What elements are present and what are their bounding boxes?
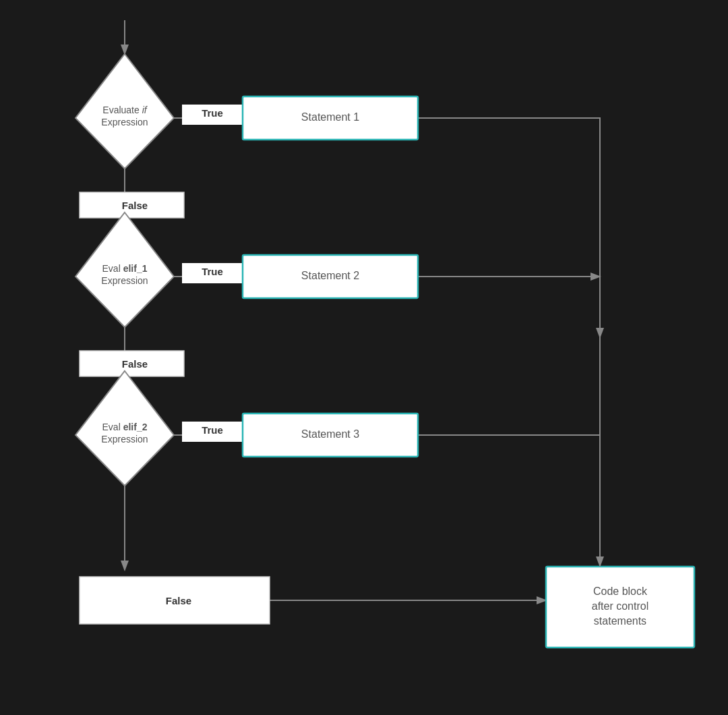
elif1-label-line1: Eval elif_1 xyxy=(102,263,148,274)
elif1-false-label: False xyxy=(122,358,148,370)
stmt3-merge-right xyxy=(418,435,600,587)
flowchart-diagram: Evaluate if Expression True False Statem… xyxy=(0,0,728,715)
elif1-label-line2: Expression xyxy=(101,275,148,286)
stmt1-merge-right xyxy=(418,118,600,337)
elif2-true-label: True xyxy=(202,424,223,436)
statement3-label: Statement 3 xyxy=(301,428,359,440)
code-block-line1: Code block xyxy=(593,585,648,597)
code-block-line2: after control xyxy=(592,600,648,612)
if-label-line2: Expression xyxy=(101,117,148,127)
code-block-line3: statements xyxy=(594,615,646,627)
if-false-label: False xyxy=(122,200,148,211)
statement2-label: Statement 2 xyxy=(301,270,359,281)
elif2-label-line2: Expression xyxy=(101,434,148,445)
if-label-line1: Evaluate if xyxy=(102,105,148,115)
if-true-label: True xyxy=(202,107,223,119)
elif1-true-label: True xyxy=(202,266,223,277)
elif2-false-label: False xyxy=(166,595,191,606)
elif2-label-line1: Eval elif_2 xyxy=(102,422,148,432)
statement1-label: Statement 1 xyxy=(301,111,359,123)
